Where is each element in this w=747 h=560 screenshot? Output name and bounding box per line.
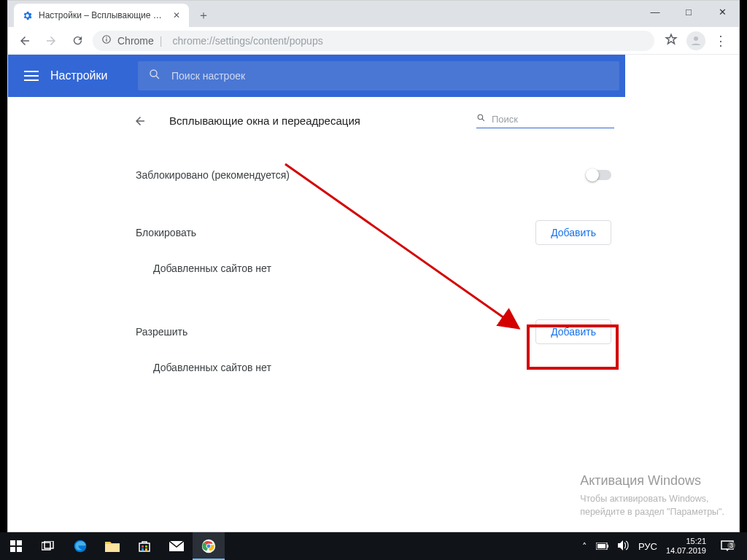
svg-rect-12 (17, 547, 22, 552)
keyboard-language[interactable]: РУС (638, 541, 657, 552)
chrome-icon[interactable] (193, 532, 225, 560)
svg-rect-28 (597, 544, 605, 548)
edge-icon[interactable] (64, 532, 96, 560)
page-search-input[interactable] (492, 114, 614, 125)
reload-button[interactable] (66, 30, 88, 52)
settings-panel: Всплывающие окна и переадресация Заблоки… (133, 97, 614, 532)
bookmark-star-icon[interactable] (665, 33, 678, 49)
allow-section-label: Разрешить (136, 326, 187, 338)
chrome-menu-icon[interactable]: ⋮ (714, 33, 727, 49)
page-title: Всплывающие окна и переадресация (169, 114, 454, 127)
page-search[interactable] (476, 113, 614, 128)
file-explorer-icon[interactable] (96, 532, 128, 560)
svg-point-3 (694, 36, 698, 41)
url-separator: | (160, 35, 163, 47)
settings-search-input[interactable] (171, 70, 609, 82)
minimize-button[interactable]: — (638, 1, 672, 23)
svg-rect-16 (105, 544, 120, 552)
forward-button[interactable] (40, 30, 62, 52)
start-button[interactable] (0, 532, 32, 560)
url-field[interactable]: Chrome | chrome://settings/content/popup… (93, 31, 654, 51)
svg-rect-18 (142, 545, 144, 548)
tray-chevron-icon[interactable]: ˄ (582, 541, 587, 552)
watermark-title: Активация Windows (580, 472, 724, 490)
svg-rect-21 (145, 548, 147, 551)
blocked-label: Заблокировано (рекомендуется) (136, 169, 290, 181)
svg-point-6 (478, 114, 483, 120)
site-info-icon[interactable] (101, 34, 112, 47)
notification-count: 3 (727, 542, 735, 549)
svg-rect-10 (17, 540, 22, 545)
browser-window: Настройки – Всплывающие окн ✕ ＋ — □ ✕ Ch… (7, 0, 740, 532)
block-empty-text: Добавленных сайтов нет (133, 249, 614, 281)
watermark-line2: перейдите в раздел "Параметры". (580, 506, 724, 519)
svg-rect-9 (10, 540, 15, 545)
action-center-icon[interactable]: 3 (715, 540, 740, 552)
add-block-button[interactable]: Добавить (535, 220, 611, 245)
window-controls: — □ ✕ (638, 1, 739, 23)
close-tab-icon[interactable]: ✕ (171, 10, 182, 20)
mail-icon[interactable] (160, 532, 193, 560)
svg-rect-2 (106, 37, 107, 38)
clock-time: 15:21 (666, 537, 706, 546)
svg-rect-20 (142, 548, 144, 551)
block-section-label: Блокировать (136, 227, 196, 238)
volume-icon[interactable] (618, 540, 630, 553)
svg-rect-27 (607, 545, 608, 548)
url-path: chrome://settings/content/popups (172, 35, 322, 47)
settings-title: Настройки (50, 69, 107, 82)
svg-line-5 (156, 76, 159, 79)
tab-strip: Настройки – Всплывающие окн ✕ ＋ — □ ✕ (8, 1, 739, 27)
url-prefix: Chrome (117, 35, 154, 47)
settings-page: Настройки Всплывающие окна и переадресац… (8, 55, 739, 532)
clock-date: 14.07.2019 (666, 546, 706, 556)
browser-tab[interactable]: Настройки – Всплывающие окн ✕ (14, 4, 189, 27)
settings-header: Настройки (8, 55, 739, 97)
add-allow-button[interactable]: Добавить (535, 319, 611, 344)
gear-icon (21, 9, 33, 21)
windows-activation-watermark: Активация Windows Чтобы активировать Win… (580, 472, 724, 518)
blocked-toggle[interactable] (587, 170, 611, 180)
task-view-icon[interactable] (32, 532, 64, 560)
close-window-button[interactable]: ✕ (705, 1, 739, 23)
maximize-button[interactable]: □ (672, 1, 705, 23)
settings-search[interactable] (138, 61, 619, 90)
page-back-button[interactable] (133, 114, 147, 128)
svg-rect-1 (106, 39, 107, 42)
menu-icon[interactable] (24, 71, 39, 81)
svg-rect-17 (139, 543, 150, 551)
search-icon (476, 113, 486, 125)
settings-body: Всплывающие окна и переадресация Заблоки… (8, 97, 739, 532)
address-bar: Chrome | chrome://settings/content/popup… (8, 27, 739, 55)
battery-icon[interactable] (596, 541, 609, 552)
svg-rect-11 (10, 547, 15, 552)
windows-taskbar: ˄ РУС 15:21 14.07.2019 3 (0, 532, 747, 560)
svg-point-4 (150, 70, 157, 77)
tab-title: Настройки – Всплывающие окн (39, 10, 166, 20)
search-icon (148, 68, 161, 84)
svg-line-7 (482, 119, 484, 121)
store-icon[interactable] (128, 532, 160, 560)
profile-avatar[interactable] (686, 31, 705, 50)
new-tab-button[interactable]: ＋ (193, 5, 214, 26)
back-button[interactable] (14, 30, 36, 52)
allow-empty-text: Добавленных сайтов нет (133, 349, 614, 381)
blocked-toggle-row: Заблокировано (рекомендуется) (133, 149, 614, 191)
taskbar-clock[interactable]: 15:21 14.07.2019 (666, 537, 706, 555)
watermark-line1: Чтобы активировать Windows, (580, 493, 724, 506)
svg-rect-19 (145, 545, 147, 548)
